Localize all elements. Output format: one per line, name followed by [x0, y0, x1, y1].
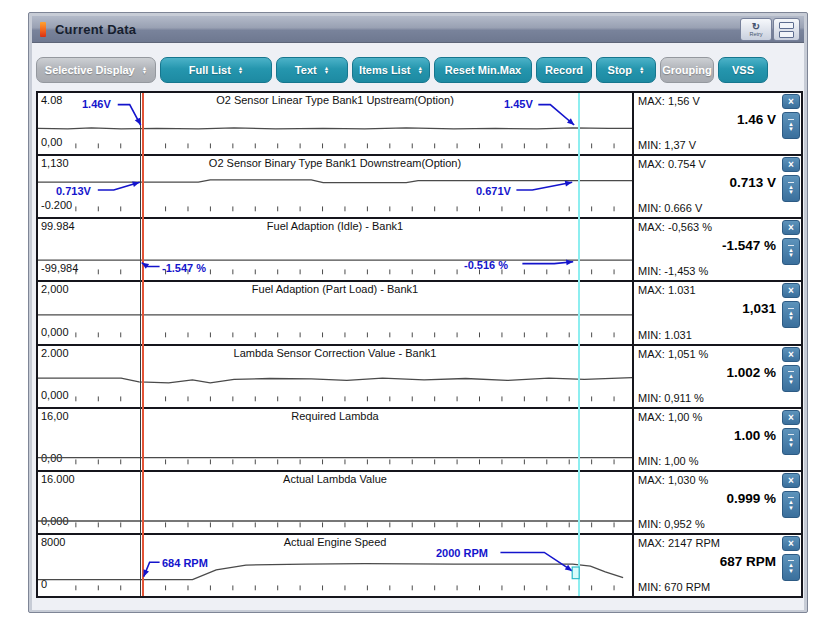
min-value-row: MIN: 0,952 %: [638, 518, 705, 530]
toolbar-button[interactable]: VSS ▲▼: [718, 57, 768, 83]
max-value-row: MAX: 1,00 %: [638, 411, 702, 423]
reorder-channel-button[interactable]: ▲▼: [782, 428, 800, 455]
close-channel-button[interactable]: ×: [782, 473, 800, 488]
close-channel-button[interactable]: ×: [782, 283, 800, 298]
close-channel-button[interactable]: ×: [782, 347, 800, 362]
up-down-icon: ▲▼: [788, 245, 794, 259]
max-value-row: MAX: 1,56 V: [638, 95, 700, 107]
annotation-arrows: [38, 219, 632, 280]
reorder-channel-button[interactable]: ▲▼: [782, 175, 800, 202]
toolbar-button[interactable]: Selective Display ▲▼: [36, 57, 156, 83]
reorder-channel-button[interactable]: ▲▼: [782, 491, 800, 518]
reorder-channel-button[interactable]: ▲▼: [782, 238, 800, 265]
annotation-arrows: [38, 156, 632, 217]
channel-buttons: × ▲▼: [782, 347, 800, 392]
channel-info-panel: MAX: 1,051 % 1.002 % MIN: 0,911 % × ▲▼: [634, 346, 801, 407]
channel-plot[interactable]: 99.984 Fuel Adaption (Idle) - Bank1 -99,…: [38, 219, 634, 280]
up-down-icon: ▲▼: [788, 497, 794, 511]
close-icon: ×: [788, 412, 794, 423]
reorder-channel-button[interactable]: ▲▼: [782, 112, 800, 139]
channel-info-panel: MAX: -0,563 % -1.547 % MIN: -1,453 % × ▲…: [634, 219, 801, 280]
cursor-value-annotation: 1.46V: [82, 98, 111, 110]
current-value: 1.46 V: [737, 112, 776, 127]
close-channel-button[interactable]: ×: [782, 536, 800, 551]
up-down-icon: ▲▼: [788, 434, 794, 448]
dropdown-arrows-icon: ▲▼: [417, 66, 422, 75]
close-icon: ×: [788, 349, 794, 360]
toolbar-button[interactable]: Grouping ▲▼: [660, 57, 714, 83]
dropdown-arrows-icon: ▲▼: [639, 66, 644, 75]
up-down-icon: ▲▼: [788, 119, 794, 133]
close-icon: ×: [788, 475, 794, 486]
dropdown-arrows-icon: ▲▼: [142, 66, 147, 75]
max-value-row: MAX: 0.754 V: [638, 158, 706, 170]
window-mode-button[interactable]: [773, 18, 800, 41]
cursor-value-annotation: -1.547 %: [162, 262, 206, 274]
reorder-channel-button[interactable]: ▲▼: [782, 554, 800, 581]
channel-info-panel: MAX: 1.031 1,031 MIN: 1.031 × ▲▼: [634, 282, 801, 343]
up-down-icon: ▲▼: [788, 182, 794, 196]
app-window: Current Data ↻ Retry Selective Display ▲…: [28, 12, 808, 613]
current-value: 1.002 %: [726, 365, 776, 380]
min-value-row: MIN: 1,00 %: [638, 455, 699, 467]
channel-buttons: × ▲▼: [782, 536, 800, 581]
channel-strip: 2,000 Fuel Adaption (Part Load) - Bank1 …: [38, 280, 801, 343]
channel-info-panel: MAX: 1,00 % 1.00 % MIN: 1,00 % × ▲▼: [634, 409, 801, 470]
channel-strip: 2.000 Lambda Sensor Correction Value - B…: [38, 344, 801, 407]
close-icon: ×: [788, 96, 794, 107]
min-value-row: MIN: -1,453 %: [638, 265, 708, 277]
min-value-row: MIN: 670 RPM: [638, 581, 710, 593]
channel-plot[interactable]: 2,000 Fuel Adaption (Part Load) - Bank1 …: [38, 282, 634, 343]
min-value-row: MIN: 0.666 V: [638, 202, 702, 214]
channel-info-panel: MAX: 0.754 V 0.713 V MIN: 0.666 V × ▲▼: [634, 156, 801, 217]
channel-strip: 16,00 Required Lambda 0,00 MAX: 1,00 % 1…: [38, 407, 801, 470]
title-bar: Current Data ↻ Retry: [32, 16, 804, 43]
channel-plot[interactable]: 8000 Actual Engine Speed 0 684 RPM2000 R…: [38, 535, 634, 596]
annotation-arrows: [38, 93, 632, 154]
toolbar-button[interactable]: Stop ▲▼: [596, 57, 656, 83]
current-value: 0.999 %: [726, 491, 776, 506]
channel-buttons: × ▲▼: [782, 410, 800, 455]
window-title: Current Data: [55, 22, 136, 37]
channel-strip: 1,130 O2 Sensor Binary Type Bank1 Downst…: [38, 154, 801, 217]
reorder-channel-button[interactable]: ▲▼: [782, 365, 800, 392]
close-channel-button[interactable]: ×: [782, 220, 800, 235]
channel-info-panel: MAX: 1,030 % 0.999 % MIN: 0,952 % × ▲▼: [634, 472, 801, 533]
close-icon: ×: [788, 222, 794, 233]
annotation-arrows: [38, 346, 632, 407]
min-value-row: MIN: 0,911 %: [638, 392, 704, 404]
min-value-row: MIN: 1.031: [638, 329, 692, 341]
close-icon: ×: [788, 538, 794, 549]
toolbar-button[interactable]: Full List ▲▼: [160, 57, 272, 83]
toolbar-button[interactable]: Items List ▲▼: [352, 57, 430, 83]
close-channel-button[interactable]: ×: [782, 94, 800, 109]
channel-plot[interactable]: 2.000 Lambda Sensor Correction Value - B…: [38, 346, 634, 407]
close-icon: ×: [788, 285, 794, 296]
close-channel-button[interactable]: ×: [782, 410, 800, 425]
cursor-value-annotation: -0.516 %: [464, 259, 508, 271]
channel-plot[interactable]: 16.000 Actual Lambda Value 0,000: [38, 472, 634, 533]
max-value-row: MAX: 1,051 %: [638, 348, 708, 360]
close-channel-button[interactable]: ×: [782, 157, 800, 172]
toolbar: Selective Display ▲▼ Full List ▲▼ Text ▲…: [32, 43, 804, 88]
toolbar-button[interactable]: Reset Min.Max ▲▼: [434, 57, 532, 83]
up-down-icon: ▲▼: [788, 560, 794, 574]
channel-plot[interactable]: 4.08 O2 Sensor Linear Type Bank1 Upstrea…: [38, 93, 634, 154]
max-value-row: MAX: -0,563 %: [638, 221, 712, 233]
cursor-value-annotation: 684 RPM: [162, 557, 208, 569]
annotation-arrows: [38, 535, 632, 596]
toolbar-button[interactable]: Record ▲▼: [536, 57, 592, 83]
reorder-channel-button[interactable]: ▲▼: [782, 301, 800, 328]
cursor-value-annotation: 0.671V: [476, 185, 511, 197]
channel-plot[interactable]: 16,00 Required Lambda 0,00: [38, 409, 634, 470]
cursor-value-annotation: 1.45V: [504, 98, 533, 110]
channel-strip: 16.000 Actual Lambda Value 0,000 MAX: 1,…: [38, 470, 801, 533]
toolbar-button[interactable]: Text ▲▼: [276, 57, 348, 83]
channel-plot[interactable]: 1,130 O2 Sensor Binary Type Bank1 Downst…: [38, 156, 634, 217]
channel-strip: 99.984 Fuel Adaption (Idle) - Bank1 -99,…: [38, 217, 801, 280]
channel-buttons: × ▲▼: [782, 283, 800, 328]
retry-button[interactable]: ↻ Retry: [740, 18, 772, 41]
channel-strip: 4.08 O2 Sensor Linear Type Bank1 Upstrea…: [38, 93, 801, 154]
cursor-value-annotation: 0.713V: [56, 185, 91, 197]
current-value: 687 RPM: [720, 554, 776, 569]
